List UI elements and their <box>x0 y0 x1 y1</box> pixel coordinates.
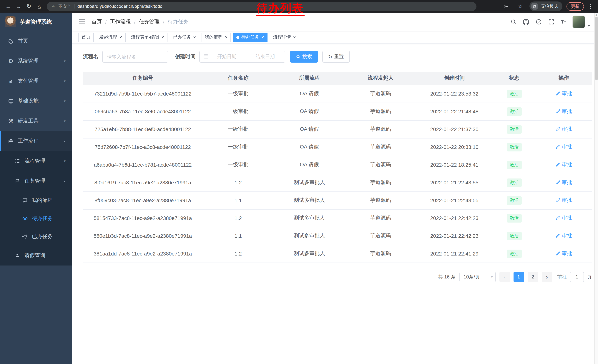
fullscreen-icon[interactable] <box>547 18 555 26</box>
tab-首页[interactable]: 首页 <box>78 32 94 42</box>
tab-close-icon[interactable]: × <box>261 35 264 40</box>
tab-流程详情[interactable]: 流程详情× <box>270 32 299 42</box>
prev-page-button[interactable]: ‹ <box>499 272 510 282</box>
approve-link[interactable]: 审批 <box>555 162 572 168</box>
approve-link[interactable]: 审批 <box>555 215 572 221</box>
page-content: 流程名 创建时间 开始日期 - 结束日期 <box>72 44 598 364</box>
tab-close-icon[interactable]: × <box>119 35 122 40</box>
cell-initiator: 芋道源码 <box>345 227 416 245</box>
process-name-input[interactable] <box>102 51 168 63</box>
sidebar-item-label: 请假查询 <box>25 252 66 259</box>
back-icon[interactable]: ← <box>3 1 13 11</box>
scrollbar-up-icon[interactable]: ▲ <box>595 13 598 16</box>
page-size-select[interactable]: 10条/页 ▾ <box>459 272 496 282</box>
tab-待办任务[interactable]: 待办任务× <box>233 32 267 42</box>
list-icon <box>14 159 21 164</box>
breadcrumb-item[interactable]: 首页 <box>91 18 102 25</box>
sidebar: 芋道管理系统 首页 ⚙ 系统管理 ▾ ¥ 支付管理 ▾ <box>0 13 72 364</box>
update-button[interactable]: 更新 <box>566 2 584 11</box>
tab-发起流程[interactable]: 发起流程× <box>96 32 125 42</box>
approve-link[interactable]: 审批 <box>555 250 572 257</box>
cell-initiator: 芋道源码 <box>345 120 416 138</box>
scrollbar-thumb[interactable] <box>595 17 598 80</box>
next-page-button[interactable]: › <box>542 272 552 282</box>
sidebar-item-leave-query[interactable]: 请假查询 <box>0 245 72 266</box>
avatar-caret-icon[interactable]: ▾ <box>588 24 590 28</box>
sidebar-item-payment[interactable]: ¥ 支付管理 ▾ <box>0 71 72 91</box>
page-scrollbar[interactable]: ▲ <box>594 13 598 364</box>
approve-link[interactable]: 审批 <box>555 233 572 239</box>
cell-action: 审批 <box>536 103 592 120</box>
page-2-button[interactable]: 2 <box>528 272 538 282</box>
sidebar-item-home[interactable]: 首页 <box>0 31 72 51</box>
approve-link[interactable]: 审批 <box>555 144 572 150</box>
tab-已办任务[interactable]: 已办任务× <box>170 32 199 42</box>
app-frame: 芋道管理系统 首页 ⚙ 系统管理 ▾ ¥ 支付管理 ▾ <box>0 13 598 364</box>
search-button[interactable]: 搜索 <box>290 51 318 63</box>
pencil-icon <box>555 91 560 96</box>
logo-row[interactable]: 芋道管理系统 <box>0 13 72 31</box>
breadcrumb-separator: / <box>134 19 136 25</box>
cell-created-time: 2022-01-21 22:43:55 <box>416 191 493 209</box>
search-button-label: 搜索 <box>302 53 312 60</box>
breadcrumb-item[interactable]: 任务管理 <box>139 18 160 25</box>
sidebar-item-todo-tasks[interactable]: 待办任务 <box>0 209 72 227</box>
tab-流程表单-编辑[interactable]: 流程表单-编辑× <box>128 32 167 42</box>
pencil-icon <box>555 180 560 185</box>
date-range-picker[interactable]: 开始日期 - 结束日期 <box>199 51 285 63</box>
goto-label: 前往 <box>557 274 567 280</box>
table-row: 069c6a63-7b8a-11ec-8ef0-acde48001122一级审批… <box>83 103 592 120</box>
bookmark-star-icon[interactable]: ☆ <box>515 1 525 11</box>
search-icon[interactable] <box>509 18 518 26</box>
task-table-body: 73211d9d-7b9b-11ec-b5b7-acde48001122一级审批… <box>83 85 592 263</box>
tab-我的流程[interactable]: 我的流程× <box>201 32 231 42</box>
approve-link[interactable]: 审批 <box>555 126 572 133</box>
sidebar-item-infrastructure[interactable]: 基础设施 ▾ <box>0 91 72 111</box>
github-icon[interactable] <box>522 18 530 26</box>
approve-link[interactable]: 审批 <box>555 108 572 115</box>
approve-link[interactable]: 审批 <box>555 179 572 186</box>
table-row: 73211d9d-7b9b-11ec-b5b7-acde48001122一级审批… <box>83 85 592 103</box>
browser-menu-icon[interactable]: ⋮ <box>588 3 593 9</box>
tab-close-icon[interactable]: × <box>193 35 196 40</box>
approve-link-label: 审批 <box>562 162 572 168</box>
column-header: 操作 <box>536 72 592 85</box>
sidebar-item-devtools[interactable]: ⚒ 研发工具 ▾ <box>0 111 72 131</box>
cell-process: OA 请假 <box>274 103 345 120</box>
sidebar-item-system[interactable]: ⚙ 系统管理 ▾ <box>0 51 72 71</box>
breadcrumb: 首页 / 工作流程 / 任务管理 / 待办任务 <box>91 18 188 25</box>
breadcrumb-item[interactable]: 工作流程 <box>110 18 131 25</box>
page-1-button[interactable]: 1 <box>514 272 524 282</box>
tab-close-icon[interactable]: × <box>225 35 228 40</box>
collapse-sidebar-icon[interactable] <box>79 19 86 25</box>
reset-button[interactable]: ↻ 重置 <box>322 51 350 63</box>
status-badge: 激活 <box>507 214 522 222</box>
approve-link[interactable]: 审批 <box>555 90 572 97</box>
sidebar-item-my-processes[interactable]: 我的流程 <box>0 191 72 209</box>
approve-link[interactable]: 审批 <box>555 197 572 204</box>
start-date-placeholder: 开始日期 <box>211 53 243 60</box>
reload-icon[interactable]: ↻ <box>24 1 34 11</box>
help-icon[interactable]: ? <box>535 18 543 26</box>
font-size-icon[interactable]: TT <box>560 18 568 26</box>
sidebar-item-workflow[interactable]: 工作流程 ▴ <box>0 131 72 151</box>
status-badge: 激活 <box>507 107 522 116</box>
forward-icon[interactable]: → <box>13 1 24 11</box>
key-icon[interactable] <box>500 1 511 11</box>
sidebar-item-process-management[interactable]: 流程管理 ▾ <box>0 151 72 171</box>
send-icon <box>22 234 28 239</box>
sidebar-item-done-tasks[interactable]: 已办任务 <box>0 227 72 245</box>
table-row: 725a1eb6-7b88-11ec-8ef0-acde48001122一级审批… <box>83 120 592 138</box>
tab-close-icon[interactable]: × <box>161 35 164 40</box>
tab-label: 待办任务 <box>241 34 259 40</box>
home-icon[interactable]: ⌂ <box>34 1 44 11</box>
reset-button-label: 重置 <box>334 53 344 60</box>
goto-page-input[interactable] <box>570 272 584 282</box>
process-name-label: 流程名 <box>83 53 99 60</box>
chevron-down-icon: ▾ <box>64 99 66 103</box>
cell-created-time: 2022-01-22 21:37:30 <box>416 120 493 138</box>
cell-task-id: a6aba0a4-7b6d-11ec-b781-acde48001122 <box>83 156 202 174</box>
tab-close-icon[interactable]: × <box>293 35 296 40</box>
sidebar-item-task-management[interactable]: 任务管理 ▴ <box>0 171 72 191</box>
user-avatar[interactable] <box>573 16 585 28</box>
